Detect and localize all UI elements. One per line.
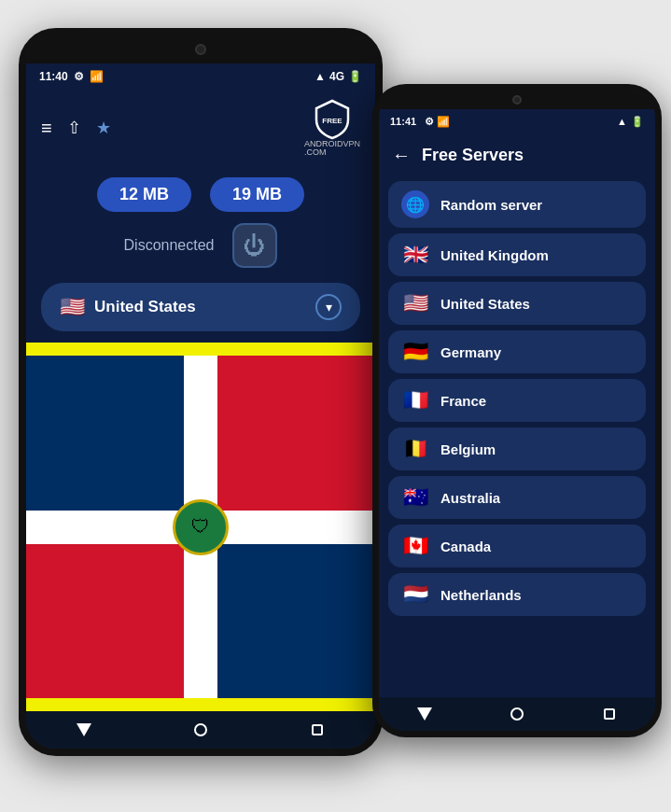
download-stat: 12 MB	[97, 177, 191, 212]
phone1-battery-icon: 🔋	[348, 70, 362, 83]
phone2-content: ← Free Servers 🌐 Random server 🇬🇧 United…	[379, 133, 655, 731]
server-item-name-de: Germany	[440, 344, 501, 360]
chevron-down-icon: ▾	[315, 294, 342, 320]
phone2-camera	[512, 95, 522, 105]
camera-cutout	[195, 44, 206, 55]
server-list: 🌐 Random server 🇬🇧 United Kingdom 🇺🇸 Uni…	[379, 177, 655, 697]
flag-uk: 🇬🇧	[401, 243, 429, 267]
cross-container: 🛡	[26, 356, 375, 698]
back-icon	[77, 723, 91, 736]
home-nav-icon	[510, 707, 524, 721]
svg-text:FREE: FREE	[322, 117, 342, 125]
recent-nav-icon	[604, 708, 615, 720]
flag-au: 🇦🇺	[401, 485, 429, 510]
flag-nl: 🇳🇱	[401, 582, 429, 607]
flag-fr: 🇫🇷	[401, 388, 429, 413]
share-icon[interactable]	[67, 118, 81, 138]
phone2-time: 11:41	[390, 116, 416, 127]
coat-of-arms: 🛡	[173, 499, 229, 555]
server-item-name-us: United States	[440, 296, 530, 312]
connection-row: Disconnected ⏻	[26, 217, 375, 279]
server-item-name-fr: France	[440, 393, 486, 409]
list-item-fr[interactable]: 🇫🇷 France	[388, 379, 646, 422]
connection-status: Disconnected	[124, 237, 215, 254]
flag-us: 🇺🇸	[401, 291, 429, 315]
list-item-nl[interactable]: 🇳🇱 Netherlands	[388, 573, 646, 616]
list-item-random[interactable]: 🌐 Random server	[388, 181, 646, 228]
recent-icon	[312, 724, 323, 735]
phone2-home-btn[interactable]	[506, 703, 528, 725]
phone1-back-btn[interactable]	[73, 719, 95, 741]
server-info: 🇺🇸 United States	[60, 295, 196, 319]
top-yellow-banner	[26, 343, 375, 356]
phone1-settings-icon: ⚙	[74, 70, 84, 83]
home-icon	[194, 723, 207, 736]
server-item-name-be: Belgium	[440, 441, 496, 457]
server-item-name-ca: Canada	[440, 539, 491, 554]
phone1-nav	[26, 711, 375, 749]
flag-de: 🇩🇪	[401, 340, 429, 364]
back-button[interactable]: ←	[392, 145, 411, 166]
phone1-time: 11:40	[39, 70, 68, 83]
server-list-header: ← Free Servers	[379, 133, 655, 177]
server-item-name-random: Random server	[440, 197, 542, 213]
phone1-device: 11:40 ⚙ 📶 ▲ 4G 🔋 FREE ANDROIDV	[19, 28, 383, 756]
phone1-wifi-icon: 📶	[90, 70, 104, 83]
phone2-nav	[379, 697, 655, 731]
menu-icon[interactable]	[41, 118, 52, 139]
list-item-us[interactable]: 🇺🇸 United States	[388, 282, 646, 325]
phone2-signal-icon: ▲	[617, 116, 627, 127]
list-item-be[interactable]: 🇧🇪 Belgium	[388, 427, 646, 470]
back-nav-icon	[417, 707, 432, 721]
shield-logo-icon: FREE	[315, 99, 350, 140]
power-button[interactable]: ⏻	[232, 223, 277, 268]
country-flag-display: 🛡	[26, 356, 375, 698]
list-item-de[interactable]: 🇩🇪 Germany	[388, 330, 646, 373]
server-flag: 🇺🇸	[60, 295, 85, 319]
server-item-name-uk: United Kingdom	[440, 247, 549, 263]
list-item-uk[interactable]: 🇬🇧 United Kingdom	[388, 233, 646, 276]
flag-be: 🇧🇪	[401, 437, 429, 461]
list-item-ca[interactable]: 🇨🇦 Canada	[388, 525, 646, 567]
phone1-status-bar: 11:40 ⚙ 📶 ▲ 4G 🔋	[26, 63, 375, 90]
rate-icon[interactable]	[96, 118, 111, 138]
phone2-device: 11:41 ⚙ 📶 ▲ 🔋 ← Free Servers 🌐 Random se…	[372, 84, 662, 737]
upload-stat: 19 MB	[210, 177, 304, 212]
phone2-recent-btn[interactable]	[598, 703, 621, 725]
phone2-wifi-icon: 📶	[437, 116, 450, 127]
server-item-name-au: Australia	[440, 490, 500, 506]
phone1-content: FREE ANDROIDVPN .COM 12 MB 19 MB Disconn…	[26, 90, 375, 749]
server-name: United States	[94, 298, 196, 316]
phone1-recent-btn[interactable]	[306, 719, 329, 741]
phone2-battery-icon: 🔋	[631, 116, 644, 128]
phone1-topbar-icons	[41, 118, 111, 139]
app-logo: FREE ANDROIDVPN .COM	[304, 99, 360, 157]
phone1-home-btn[interactable]	[189, 719, 212, 741]
phone2-notch	[379, 91, 655, 109]
bottom-yellow-banner	[26, 698, 375, 711]
phone1-topbar: FREE ANDROIDVPN .COM	[26, 90, 375, 166]
logo-text: ANDROIDVPN .COM	[304, 140, 360, 157]
globe-icon: 🌐	[401, 190, 429, 218]
phone2-settings-icon: ⚙	[425, 116, 434, 127]
server-list-title: Free Servers	[422, 146, 524, 165]
list-item-au[interactable]: 🇦🇺 Australia	[388, 476, 646, 519]
phone1-signal-icon: ▲	[315, 70, 326, 83]
server-selector[interactable]: 🇺🇸 United States ▾	[41, 283, 360, 331]
flag-ca: 🇨🇦	[401, 534, 429, 558]
power-icon: ⏻	[244, 232, 266, 259]
stats-row: 12 MB 19 MB	[26, 166, 375, 217]
server-item-name-nl: Netherlands	[440, 587, 522, 603]
phone2-back-btn[interactable]	[413, 703, 436, 725]
phone1-notch	[26, 35, 375, 63]
phone1-network-icon: 4G	[329, 70, 344, 83]
phone2-status-bar: 11:41 ⚙ 📶 ▲ 🔋	[379, 109, 655, 133]
flag-cross: 🛡	[26, 356, 375, 698]
